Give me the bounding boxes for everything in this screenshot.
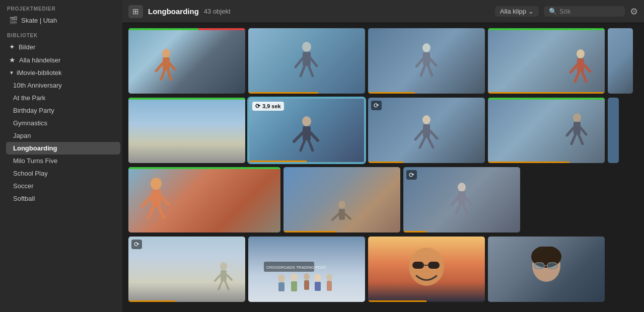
sidebar-item-at-the-park[interactable]: At the Park [6, 92, 120, 104]
svg-line-62 [219, 281, 222, 289]
sidebar-alla-handelser-label: Alla händelser [19, 56, 60, 64]
svg-line-15 [430, 59, 436, 65]
svg-point-66 [278, 274, 285, 282]
search-input[interactable] [559, 8, 620, 15]
clip-thumb[interactable]: CROSSROADS TRADING POST [248, 237, 365, 302]
clip-thumb[interactable] [128, 28, 245, 94]
svg-rect-78 [428, 262, 440, 269]
sidebar-item-milo-turns-five[interactable]: Milo Turns Five [6, 154, 120, 167]
sidebar-item-longboarding[interactable]: Longboarding [6, 142, 120, 154]
svg-line-60 [215, 275, 221, 281]
chevron-down-icon: ⌄ [528, 8, 534, 15]
sidebar-item-soccer[interactable]: Soccer [6, 180, 120, 192]
sidebar-bilder-label: Bilder [19, 43, 35, 51]
clip-thumb[interactable] [488, 98, 605, 163]
svg-rect-83 [547, 263, 557, 269]
sidebar-item-japan[interactable]: Japan [6, 129, 120, 142]
svg-rect-77 [412, 262, 424, 269]
item-count: 43 objekt [204, 8, 231, 15]
filter-label: Alla klipp [500, 8, 526, 15]
svg-line-11 [309, 66, 313, 76]
svg-line-50 [332, 214, 339, 220]
imovie-sub-items: 10th Anniversary At the Park Birthday Pa… [0, 79, 122, 205]
grid-row: ⟳ [128, 237, 638, 302]
svg-rect-71 [304, 280, 309, 290]
clip-thumb[interactable] [368, 237, 485, 302]
sidebar-item-softball[interactable]: Softball [6, 192, 120, 205]
svg-line-26 [294, 133, 303, 141]
clip-thumb[interactable] [128, 98, 245, 163]
clip-bar-top [128, 167, 280, 169]
gear-icon[interactable]: ⚙ [630, 6, 638, 17]
sidebar-project-label: Skate | Utah [21, 17, 57, 24]
sidebar-item-10th-anniversary[interactable]: 10th Anniversary [6, 79, 120, 92]
svg-point-6 [302, 42, 311, 52]
svg-line-20 [570, 65, 577, 72]
clip-thumb[interactable] [283, 167, 400, 232]
sidebar-item-label: At the Park [13, 94, 45, 102]
svg-line-35 [428, 137, 433, 147]
svg-point-36 [573, 113, 581, 122]
clip-bar-top [488, 98, 605, 100]
projektmedier-label: PROJEKTMEDIER [0, 0, 122, 14]
clip-thumb[interactable] [608, 98, 619, 163]
sidebar-item-label: Milo Turns Five [13, 157, 57, 165]
sidebar: PROJEKTMEDIER 🎬 Skate | Utah BIBLIOTEK ✦… [0, 0, 122, 312]
clip-thumb[interactable]: ⟳ [403, 167, 520, 232]
svg-line-54 [452, 197, 458, 205]
bibliotek-label: BIBLIOTEK [0, 27, 122, 40]
svg-line-63 [225, 281, 229, 289]
svg-point-42 [151, 178, 162, 190]
clip-thumb[interactable]: ⟳ 3,9 sek [248, 98, 365, 163]
svg-point-0 [162, 49, 170, 58]
clip-thumb[interactable]: ⟳ [368, 98, 485, 163]
svg-line-57 [463, 204, 467, 213]
filter-dropdown[interactable]: Alla klipp ⌄ [495, 6, 539, 17]
svg-point-58 [220, 262, 227, 270]
svg-line-3 [170, 63, 175, 69]
spinner-icon: ⟳ [255, 103, 260, 110]
svg-line-5 [168, 70, 171, 80]
sidebar-item-alla-handelser[interactable]: ★ Alla händelser [2, 53, 120, 66]
clip-thumb[interactable] [368, 28, 485, 94]
imovie-group-header[interactable]: ▼ iMovie-bibliotek [2, 66, 120, 79]
sidebar-item-school-play[interactable]: School Play [6, 167, 120, 180]
svg-point-18 [577, 49, 585, 58]
svg-line-22 [575, 71, 579, 82]
svg-line-44 [142, 196, 151, 206]
clip-bar-bottom [248, 92, 318, 94]
sidebar-item-gymnastics[interactable]: Gymnastics [6, 117, 120, 129]
clip-thumb[interactable] [488, 28, 605, 94]
grid-row [128, 28, 638, 94]
sidebar-item-bilder[interactable]: ✦ Bilder [2, 40, 120, 53]
svg-line-47 [159, 206, 164, 217]
search-box[interactable]: 🔍 [544, 6, 625, 17]
svg-line-29 [309, 140, 313, 150]
svg-line-9 [311, 58, 317, 66]
sidebar-item-label: Longboarding [13, 144, 57, 152]
svg-line-2 [156, 63, 163, 71]
clip-thumb[interactable] [128, 167, 280, 232]
svg-point-68 [291, 273, 298, 281]
clip-thumb[interactable]: ⟳ [128, 237, 245, 302]
svg-point-74 [326, 274, 332, 281]
spinner-icon: ⟳ [131, 240, 142, 249]
sidebar-item-birthday-party[interactable]: Birthday Party [6, 104, 120, 117]
svg-line-40 [571, 134, 576, 144]
clip-thumb[interactable] [488, 237, 605, 302]
sidebar-toggle-button[interactable]: ⊞ [128, 5, 143, 18]
sidebar-item-label: School Play [13, 170, 48, 177]
sidebar-item-project[interactable]: 🎬 Skate | Utah [2, 14, 120, 27]
clip-bar-top [128, 98, 245, 100]
svg-point-72 [314, 274, 321, 282]
clip-thumb[interactable] [248, 28, 365, 94]
bilder-icon: ✦ [9, 43, 15, 51]
svg-line-8 [296, 58, 303, 67]
svg-line-41 [579, 134, 583, 144]
bar-segment-red [198, 28, 245, 30]
star-icon: ★ [9, 56, 16, 64]
sidebar-item-label: Gymnastics [13, 119, 47, 127]
clip-thumb[interactable] [608, 28, 633, 94]
sidebar-item-label: 10th Anniversary [13, 82, 62, 89]
svg-line-4 [161, 70, 165, 80]
